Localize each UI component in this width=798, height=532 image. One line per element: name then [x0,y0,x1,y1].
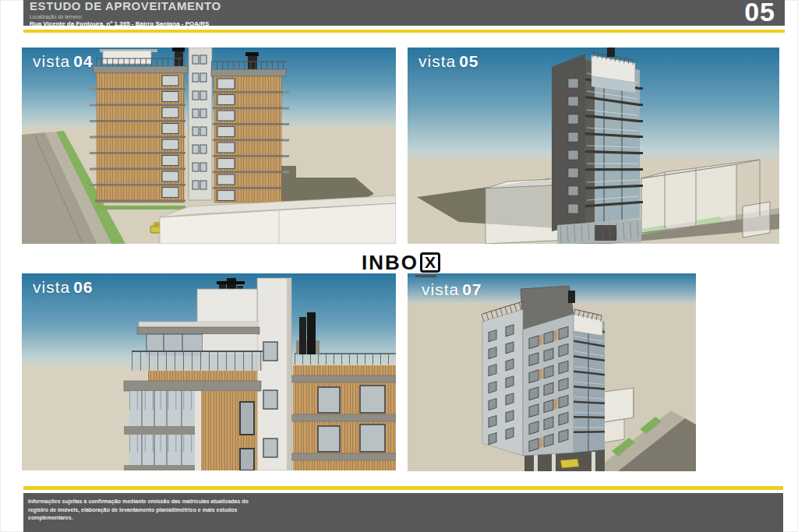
vista-04-label: vista04 [33,52,94,71]
render-vista-05 [408,48,779,244]
vista-label-number: 04 [73,52,93,70]
vista-label-prefix: vista [33,52,70,70]
footer-accent-rule [23,486,783,490]
vista-label-prefix: vista [33,278,70,296]
watermark-boxed-x-icon: X [420,252,440,273]
header-bar: ESTUDO DE APROVEITAMENTO Localização do … [23,0,785,26]
inbox-watermark: INBO X [362,252,440,273]
vista-label-number: 06 [73,278,93,296]
presentation-page: ESTUDO DE APROVEITAMENTO Localização do … [0,0,798,532]
vista-label-prefix: vista [422,280,459,298]
panel-vista-04: vista04 [22,48,396,244]
location-value: Rua Vicente da Fontoura, nº 1.395 - Bair… [30,20,221,27]
page-title: ESTUDO DE APROVEITAMENTO [30,0,221,12]
panel-vista-06: vista06 [22,273,396,470]
watermark-text: INBO [362,252,418,273]
panel-vista-05: vista05 [408,48,779,244]
vista-06-label: vista06 [33,278,94,297]
vista-05-label: vista05 [418,52,479,71]
watermark-tagline [415,275,436,277]
render-vista-07 [408,273,696,471]
panel-vista-07: vista07 [408,273,696,471]
vista-label-number: 07 [462,280,482,298]
vista-label-prefix: vista [418,52,456,70]
header-title-block: ESTUDO DE APROVEITAMENTO Localização do … [30,0,221,27]
vista-07-label: vista07 [422,280,482,299]
footer-bar: Informações sujeitas à confirmação media… [23,493,783,532]
location-label: Localização do terreno: [30,14,221,19]
footer-disclaimer: Informações sujeitas à confirmação media… [28,498,783,523]
render-vista-06 [22,273,396,470]
header-accent-rule [23,30,785,33]
page-number: 05 [744,0,775,26]
render-vista-04 [22,48,396,244]
vista-label-number: 05 [459,52,478,70]
